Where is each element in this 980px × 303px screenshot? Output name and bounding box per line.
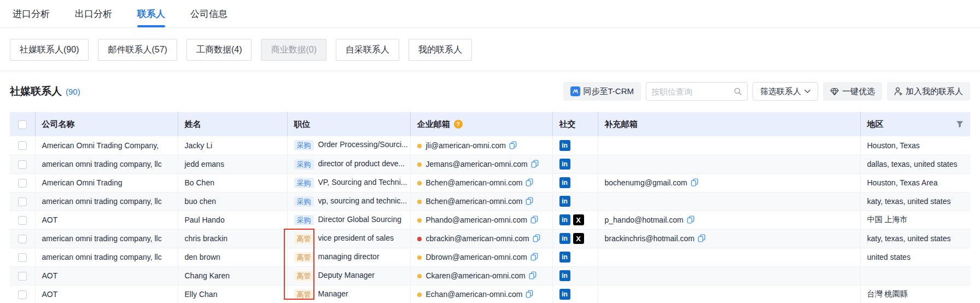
- search-icon[interactable]: [733, 87, 742, 96]
- extra-email-cell: bochenumg@gmail.com: [598, 173, 860, 192]
- copy-icon[interactable]: [529, 271, 536, 279]
- row-checkbox[interactable]: [18, 216, 27, 225]
- row-checkbox[interactable]: [18, 290, 27, 299]
- position-cell: 采购Order Processing/Sourci...: [287, 136, 410, 155]
- corporate-email-cell: jli@american-omni.com: [410, 136, 552, 155]
- tab-company-info[interactable]: 公司信息: [190, 0, 228, 27]
- position-tag: 采购: [294, 178, 314, 188]
- linkedin-icon[interactable]: in: [559, 140, 570, 151]
- corporate-email-cell: Bchen@american-omni.com: [410, 192, 552, 211]
- extra-email-cell: [598, 136, 860, 155]
- column-header-region: 地区: [860, 112, 970, 136]
- copy-icon[interactable]: [526, 290, 533, 298]
- section-divider: [0, 71, 980, 71]
- row-checkbox[interactable]: [18, 141, 27, 150]
- linkedin-icon[interactable]: in: [559, 233, 570, 244]
- copy-icon[interactable]: [526, 178, 533, 187]
- tab-contacts[interactable]: 联系人: [137, 0, 165, 27]
- sync-to-tcrm-button[interactable]: 同步至T-CRM: [563, 82, 641, 101]
- filter-self-collected[interactable]: 自采联系人: [336, 39, 399, 61]
- filter-commercial-data[interactable]: 商业数据(0): [261, 39, 326, 61]
- linkedin-icon[interactable]: in: [559, 270, 570, 281]
- email-text: cbrackin@american-omni.com: [426, 234, 529, 243]
- email-text: Ckaren@american-omni.com: [426, 271, 526, 280]
- tab-export-analysis[interactable]: 出口分析: [75, 0, 112, 27]
- linkedin-icon[interactable]: in: [559, 252, 570, 263]
- email-status-dot: [417, 144, 422, 148]
- filter-contacts-dropdown[interactable]: 筛选联系人: [752, 82, 818, 101]
- help-icon[interactable]: ?: [454, 120, 463, 129]
- add-to-my-contacts-label: 加入我的联系人: [906, 86, 963, 97]
- select-all-checkbox[interactable]: [18, 120, 27, 129]
- copy-icon[interactable]: [526, 197, 533, 205]
- x-icon[interactable]: X: [573, 214, 584, 225]
- region-cell: katy, texas, united states: [860, 229, 970, 248]
- x-icon[interactable]: X: [573, 233, 584, 244]
- region-cell: [860, 266, 970, 285]
- extra-email-text: p_hando@hotmail.com: [605, 215, 684, 224]
- section-header: 社媒联系人 (90) 同步至T-CRM 筛选联系人 一键优选 加入我的联系人: [0, 82, 980, 101]
- copy-icon[interactable]: [698, 234, 705, 242]
- column-header-corporate-email: 企业邮箱 ?: [410, 112, 552, 136]
- name-cell: den brown: [178, 248, 287, 266]
- row-checkbox[interactable]: [18, 179, 27, 188]
- corporate-email-label: 企业邮箱: [417, 119, 450, 130]
- position-title: managing director: [318, 252, 380, 261]
- region-cell: 台灣 桃園縣: [860, 285, 970, 303]
- filter-social-contacts[interactable]: 社媒联系人(90): [10, 39, 89, 61]
- copy-icon[interactable]: [531, 160, 539, 168]
- copy-icon[interactable]: [530, 215, 538, 224]
- add-to-my-contacts-button[interactable]: 加入我的联系人: [887, 82, 970, 101]
- row-checkbox[interactable]: [18, 235, 27, 243]
- extra-email-text: bochenumg@gmail.com: [605, 178, 687, 187]
- social-cell: in: [552, 285, 598, 303]
- table-row: American Omni Trading Company,Jacky Li采购…: [10, 136, 970, 155]
- email-status-dot: [417, 218, 422, 223]
- corporate-email-cell: Jemans@american-omni.com: [410, 155, 552, 173]
- linkedin-icon[interactable]: in: [559, 289, 570, 300]
- position-cell: 采购director of product deve...: [287, 155, 410, 173]
- extra-email-cell: brackinchris@hotmail.com: [598, 229, 860, 248]
- one-click-optimize-button[interactable]: 一键优选: [823, 82, 882, 101]
- row-checkbox[interactable]: [18, 197, 27, 206]
- name-cell: Bo Chen: [178, 173, 287, 192]
- email-text: jli@american-omni.com: [426, 141, 506, 150]
- row-checkbox[interactable]: [18, 160, 27, 169]
- linkedin-icon[interactable]: in: [559, 196, 570, 207]
- corporate-email-cell: Ckaren@american-omni.com: [410, 266, 552, 285]
- email-text: Dbrown@american-omni.com: [426, 253, 527, 261]
- table-header-row: 公司名称 姓名 职位 企业邮箱 ? 社交 补充邮箱 地区: [10, 112, 970, 136]
- copy-icon[interactable]: [530, 253, 538, 261]
- corporate-email-cell: Dbrown@american-omni.com: [410, 248, 552, 266]
- table-row: american omni trading company, llcden br…: [10, 248, 970, 266]
- copy-icon[interactable]: [691, 178, 698, 187]
- name-cell: chris brackin: [178, 229, 287, 248]
- filter-my-contacts[interactable]: 我的联系人: [409, 39, 472, 61]
- row-checkbox[interactable]: [18, 272, 27, 281]
- social-cell: in: [552, 136, 598, 155]
- position-tag: 高管: [294, 252, 314, 263]
- extra-email-cell: [598, 192, 860, 211]
- copy-icon[interactable]: [509, 141, 517, 149]
- position-cell: 高管vice president of sales: [287, 229, 410, 248]
- position-cell: 采购Director Global Sourcing: [287, 211, 410, 229]
- filter-email-contacts[interactable]: 邮件联系人(57): [98, 39, 177, 61]
- filter-funnel-icon[interactable]: [956, 120, 964, 128]
- corporate-email-cell: cbrackin@american-omni.com: [410, 229, 552, 248]
- linkedin-icon[interactable]: in: [559, 159, 570, 170]
- position-tag: 采购: [294, 140, 314, 150]
- filter-business-registry[interactable]: 工商数据(4): [186, 39, 252, 61]
- position-cell: 采购vp, sourcing and technic...: [287, 192, 410, 211]
- linkedin-icon[interactable]: in: [559, 214, 570, 225]
- filter-contacts-label: 筛选联系人: [760, 86, 801, 97]
- position-search-input[interactable]: [651, 87, 733, 96]
- copy-icon[interactable]: [533, 234, 540, 242]
- row-checkbox[interactable]: [18, 253, 27, 262]
- region-cell: katy, texas, united states: [860, 192, 970, 211]
- tab-import-analysis[interactable]: 进口分析: [13, 0, 50, 27]
- linkedin-icon[interactable]: in: [559, 177, 570, 188]
- chevron-down-icon: [804, 89, 810, 94]
- copy-icon[interactable]: [687, 215, 695, 224]
- position-tag: 采购: [294, 215, 314, 225]
- extra-email-cell: [598, 285, 860, 303]
